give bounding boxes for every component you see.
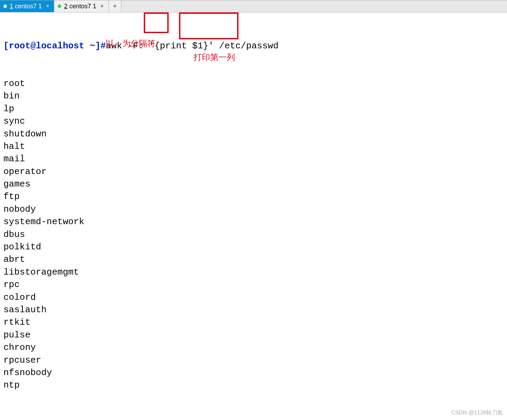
output-line: operator <box>3 165 504 178</box>
watermark: CSDN @1126秋刀鱼 <box>451 409 503 417</box>
tab-label: 1 centos7 1 <box>10 3 42 10</box>
tab-inactive[interactable]: 2 centos7 1 × <box>54 0 109 12</box>
add-tab-button[interactable]: + <box>109 0 121 12</box>
output-line: pulse <box>3 329 504 341</box>
command-line: [root@localhost ~]#awk -F: '{print $1}' … <box>3 40 504 52</box>
output-line: saslauth <box>3 304 504 316</box>
output-line: dbus <box>3 228 504 241</box>
status-dot-icon <box>58 4 61 8</box>
output-line: rpc <box>3 278 504 291</box>
terminal-viewport[interactable]: [root@localhost ~]#awk -F: '{print $1}' … <box>0 12 507 406</box>
output-line: bin <box>3 90 504 102</box>
output-line: ntp <box>3 379 504 391</box>
output-line: libstoragemgmt <box>3 266 504 278</box>
status-dot-icon <box>3 4 7 8</box>
tab-label: 2 centos7 1 <box>64 3 96 10</box>
output-line: games <box>3 178 504 190</box>
output-line: polkitd <box>3 241 504 253</box>
tab-active[interactable]: 1 centos7 1 × <box>0 0 54 12</box>
output-line: lp <box>3 103 504 115</box>
terminal-output: rootbinlpsyncshutdownhaltmailoperatorgam… <box>3 77 504 392</box>
output-line: root <box>3 77 504 90</box>
output-line: colord <box>3 291 504 304</box>
output-line: chrony <box>3 341 504 354</box>
output-line: sync <box>3 115 504 127</box>
output-line: abrt <box>3 253 504 266</box>
output-line: systemd-network <box>3 216 504 228</box>
tab-bar: 1 centos7 1 × 2 centos7 1 × + <box>0 0 507 12</box>
output-line: halt <box>3 140 504 153</box>
output-line: ftp <box>3 190 504 203</box>
output-line: rpcuser <box>3 354 504 366</box>
output-line: shutdown <box>3 128 504 140</box>
output-line: mail <box>3 153 504 165</box>
output-line: rtkit <box>3 316 504 328</box>
shell-prompt: [root@localhost ~]# <box>3 41 106 51</box>
output-line: nobody <box>3 203 504 216</box>
shell-command: awk -F: '{print $1}' /etc/passwd <box>106 41 278 51</box>
close-icon[interactable]: × <box>99 3 105 9</box>
close-icon[interactable]: × <box>45 3 50 9</box>
output-line: nfsnobody <box>3 366 504 379</box>
